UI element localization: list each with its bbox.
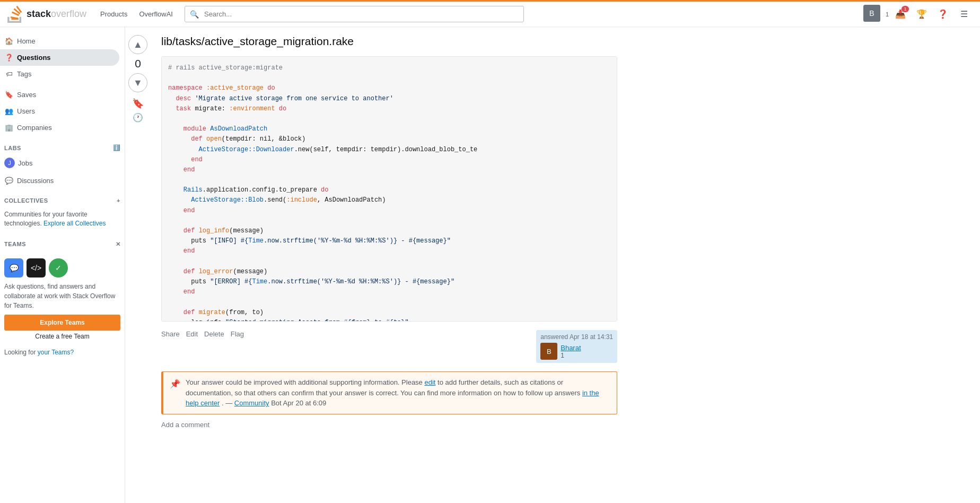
- vote-down-button[interactable]: ▼: [128, 73, 147, 92]
- author-rep: 1: [561, 352, 581, 359]
- saves-icon: 🔖: [4, 91, 14, 99]
- user-avatar[interactable]: B: [863, 5, 882, 24]
- vote-column: ▲ 0 ▼ 🔖 🕐: [125, 27, 151, 503]
- discussions-icon: 💬: [4, 177, 14, 185]
- topbar-right-icons: B 1 📥 1 🏆 ❓ ☰: [863, 5, 974, 24]
- teams-icons: 💬 </> ✓: [4, 258, 120, 277]
- edit-notice-link[interactable]: edit: [424, 378, 435, 386]
- bookmark-icon[interactable]: 🔖: [132, 98, 144, 109]
- inbox-button[interactable]: 📥 1: [891, 5, 910, 24]
- logo[interactable]: stackoverflow: [6, 6, 86, 23]
- menu-button[interactable]: ☰: [955, 5, 974, 24]
- community-bot-link[interactable]: Community: [234, 399, 269, 407]
- answer-author: B Bharat 1: [540, 343, 613, 360]
- users-icon: 👥: [4, 107, 14, 115]
- main-content: lib/tasks/active_storage_migration.rake …: [151, 27, 628, 503]
- sidebar-item-questions[interactable]: ❓ Questions: [0, 49, 125, 66]
- author-name-link[interactable]: Bharat: [561, 344, 581, 352]
- collectives-section-title: COLLECTIVES +: [0, 189, 125, 206]
- tags-icon: 🏷: [4, 70, 14, 78]
- nav-products[interactable]: Products: [95, 7, 133, 21]
- labs-section-title: LABS ℹ️: [0, 136, 125, 153]
- sidebar-item-discussions[interactable]: 💬 Discussions: [0, 172, 125, 189]
- teams-section: 💬 </> ✓ Ask questions, find answers and …: [0, 250, 125, 344]
- vote-up-button[interactable]: ▲: [128, 35, 147, 54]
- answer-actions: Share Edit Delete Flag: [161, 330, 244, 338]
- improvement-notice: 📌 Your answer could be improved with add…: [161, 371, 617, 414]
- sidebar: 🏠 Home ❓ Questions 🏷 Tags 🔖 Saves 👥 User…: [0, 27, 125, 503]
- add-comment: Add a comment: [161, 421, 617, 429]
- edit-link[interactable]: Edit: [186, 330, 198, 338]
- sidebar-item-companies[interactable]: 🏢 Companies: [0, 119, 125, 136]
- nav-overflowai[interactable]: OverflowAI: [134, 7, 178, 21]
- sidebar-item-users[interactable]: 👥 Users: [0, 103, 125, 119]
- home-icon: 🏠: [4, 37, 14, 45]
- search-input[interactable]: [185, 6, 524, 22]
- team-icon-3: ✓: [49, 258, 68, 277]
- teams-section-title: TEAMS ✕: [0, 232, 125, 250]
- explore-collectives-link[interactable]: Explore all Collectives: [43, 220, 106, 227]
- answered-label: answered Apr 18 at 14:31: [540, 333, 613, 341]
- topbar: stackoverflow Products OverflowAI 🔍 B 1 …: [0, 0, 980, 27]
- code-block[interactable]: # rails active_storage:migrate namespace…: [161, 56, 617, 322]
- notice-icon: 📌: [170, 378, 180, 409]
- delete-link[interactable]: Delete: [204, 330, 224, 338]
- achievements-button[interactable]: 🏆: [912, 5, 931, 24]
- sidebar-item-saves[interactable]: 🔖 Saves: [0, 86, 125, 103]
- team-icon-2: </>: [27, 258, 46, 277]
- labs-info-icon[interactable]: ℹ️: [113, 144, 121, 151]
- vote-count: 0: [135, 57, 141, 70]
- companies-icon: 🏢: [4, 124, 14, 132]
- team-icon-1: 💬: [4, 258, 23, 277]
- user-rep: 1: [886, 11, 889, 18]
- sidebar-item-tags[interactable]: 🏷 Tags: [0, 66, 125, 82]
- create-free-team: Create a free Team: [4, 333, 120, 340]
- search-bar: 🔍: [185, 6, 524, 22]
- your-teams-link[interactable]: your Teams?: [38, 349, 74, 356]
- answer-title: lib/tasks/active_storage_migration.rake: [161, 35, 617, 48]
- topbar-nav: Products OverflowAI: [95, 7, 178, 21]
- sidebar-item-jobs[interactable]: J Jobs: [0, 153, 125, 172]
- logo-text: stackoverflow: [27, 8, 86, 20]
- collectives-section: Communities for your favorite technologi…: [0, 206, 125, 232]
- answer-meta: answered Apr 18 at 14:31 B Bharat 1: [536, 330, 617, 363]
- share-link[interactable]: Share: [161, 330, 180, 338]
- help-button[interactable]: ❓: [933, 5, 952, 24]
- sidebar-item-home[interactable]: 🏠 Home: [0, 33, 125, 49]
- search-icon: 🔍: [190, 10, 199, 19]
- add-comment-link[interactable]: Add a comment: [161, 421, 209, 429]
- jobs-icon: J: [4, 158, 15, 168]
- author-avatar: B: [540, 343, 557, 360]
- history-icon[interactable]: 🕐: [133, 112, 143, 123]
- collectives-add-icon[interactable]: +: [117, 197, 120, 204]
- teams-dismiss-icon[interactable]: ✕: [116, 241, 121, 248]
- answer-actions-row: Share Edit Delete Flag answered Apr 18 a…: [161, 330, 617, 363]
- explore-teams-button[interactable]: Explore Teams: [4, 315, 120, 331]
- looking-for: Looking for your Teams?: [0, 344, 125, 360]
- inbox-count: 1: [902, 6, 909, 12]
- questions-icon: ❓: [4, 54, 14, 62]
- flag-link[interactable]: Flag: [231, 330, 244, 338]
